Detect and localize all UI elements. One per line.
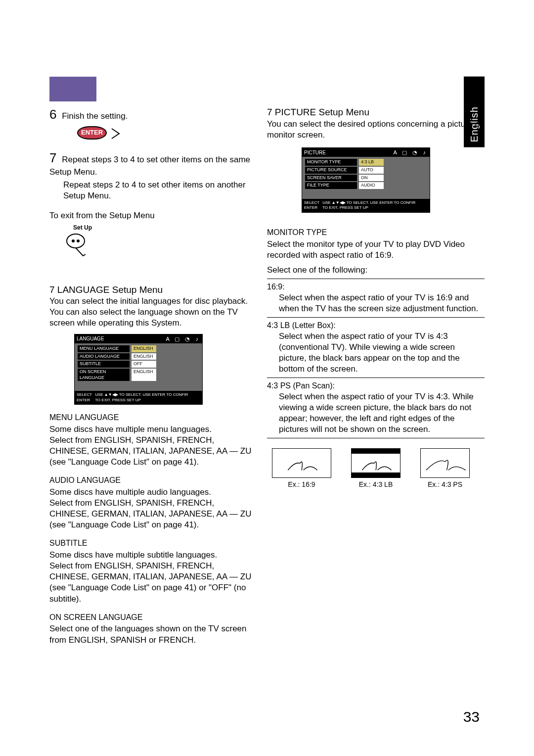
- menu-tab-icons2: A ▢ ◔ ♪: [394, 149, 428, 156]
- picture-setup-heading: 7 PICTURE Setup Menu: [267, 106, 485, 119]
- example-thumbnails: Ex.: 16:9 Ex.: 4:3 LB Ex.: 4:3 PS: [272, 448, 485, 489]
- audio-language-body: Some discs have multiple audio languages…: [49, 487, 252, 530]
- language-menu-screenshot: LANGUAGE A ▢ ◔ ♪ MENU LANGUAGEENGLISH AU…: [74, 334, 203, 405]
- menu-language-body: Some discs have multiple menu languages.…: [49, 424, 252, 468]
- menu-tab-icons: A ▢ ◔ ♪: [166, 335, 200, 342]
- monitor-type-heading: MONITOR TYPE: [267, 228, 485, 238]
- svg-point-2: [77, 239, 80, 242]
- svg-point-1: [72, 239, 75, 242]
- setup-label: Set Up: [73, 224, 252, 232]
- pic-menu-body: MONITOR TYPE4:3 LB PICTURE SOURCEAUTO SC…: [302, 157, 430, 199]
- mt-169-body: Select when the aspect ratio of your TV …: [279, 292, 485, 314]
- pic-hint-left: SELECT ENTER: [304, 200, 319, 211]
- subtitle-heading: SUBTITLE: [49, 538, 252, 549]
- mt-43lb-body: Select when the aspect ratio of your TV …: [279, 331, 485, 375]
- step7-text-a: Repeat steps 3 to 4 to set other items o…: [49, 155, 250, 177]
- step-6: 6 Finish the setting.: [49, 106, 252, 123]
- mt-43ps-body: Select when the aspect ratio of your TV …: [279, 391, 485, 435]
- ex-43lb-label: Ex.: 4:3 LB: [351, 480, 400, 489]
- enter-icon: ENTER: [77, 126, 107, 140]
- language-setup-heading: 7 LANGUAGE Setup Menu: [49, 284, 252, 296]
- monitor-type-intro: Select the monitor type of your TV to pl…: [267, 239, 485, 261]
- mt-169-head: 16:9:: [267, 282, 485, 292]
- lang-menu-body: MENU LANGUAGEENGLISH AUDIO LANGUAGEENGLI…: [75, 343, 202, 391]
- exit-heading: To exit from the Setup Menu: [49, 210, 252, 221]
- audio-language-heading: AUDIO LANGUAGE: [49, 475, 252, 486]
- step7-number: 7: [49, 150, 56, 167]
- step6-number: 6: [49, 106, 56, 123]
- picture-menu-screenshot: PICTURE A ▢ ◔ ♪ MONITOR TYPE4:3 LB PICTU…: [302, 147, 430, 213]
- ex-43lb-icon: [351, 448, 400, 478]
- lang-hint-left: SELECT ENTER: [77, 392, 92, 403]
- mt-43ps-head: 4:3 PS (Pan Scan):: [267, 381, 485, 391]
- osd-body: Select one of the languages shown on the…: [49, 623, 252, 645]
- lang-heading-mark: 7: [49, 284, 55, 295]
- enter-button-graphic: ENTER: [63, 126, 252, 141]
- lang-hint-right: USE ▲▼◀▶ TO SELECT. USE ENTER TO CONFIR …: [95, 392, 188, 403]
- ex-169-label: Ex.: 16:9: [272, 480, 331, 489]
- osd-heading: ON SCREEN LANGUAGE: [49, 613, 252, 623]
- lang-heading: LANGUAGE Setup Menu: [57, 284, 163, 295]
- pic-heading-mark: 7: [267, 107, 272, 117]
- page-number: 33: [463, 707, 480, 726]
- subtitle-body: Some discs have multiple subtitle langua…: [49, 550, 252, 604]
- lang-menu-title: LANGUAGE: [77, 335, 104, 342]
- ex-43ps-icon: [420, 448, 470, 478]
- language-setup-intro: You can select the initial languages for…: [49, 296, 252, 329]
- step-7: 7 Repeat steps 3 to 4 to set other items…: [49, 150, 252, 201]
- ex-43ps-label: Ex.: 4:3 PS: [420, 480, 470, 489]
- ex-169-icon: [272, 448, 331, 478]
- svg-point-0: [67, 234, 85, 248]
- header-purple-block: [49, 77, 96, 101]
- step7-text-b: Repeat steps 2 to 4 to set other items o…: [63, 180, 252, 201]
- pic-menu-title: PICTURE: [304, 149, 326, 156]
- page-content: 6 Finish the setting. ENTER 7 Repeat ste…: [49, 106, 485, 646]
- step6-text: Finish the setting.: [62, 111, 128, 121]
- menu-language-heading: MENU LANGUAGE: [49, 413, 252, 423]
- pic-heading: PICTURE Setup Menu: [275, 107, 369, 117]
- setup-button-graphic: Set Up: [63, 224, 252, 259]
- picture-setup-intro: You can select the desired options conce…: [267, 119, 485, 141]
- monitor-type-select: Select one of the following:: [267, 265, 485, 276]
- mt-43lb-head: 4:3 LB (Letter Box):: [267, 321, 485, 331]
- pic-hint-right: USE ▲▼◀▶ TO SELECT. USE ENTER TO CONFIR …: [322, 200, 415, 211]
